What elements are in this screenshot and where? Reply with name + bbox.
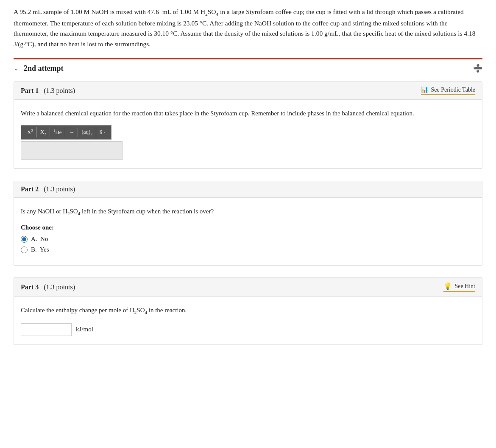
part1-title: Part 1 [21, 87, 39, 94]
calc-unit: kJ/mol [76, 326, 93, 333]
part2-question: Is any NaOH or H2SO4 left in the Styrofo… [21, 206, 475, 218]
part3-sub2: 4 [145, 310, 148, 315]
chevron-down-icon[interactable]: ⌄ [14, 65, 19, 72]
option-b-radio[interactable] [21, 246, 28, 253]
problem-text: A 95.2 mL sample of 1.00 M NaOH is mixed… [14, 7, 482, 50]
h2so4-sub2: 4 [216, 11, 219, 17]
toolbar-x-sub[interactable]: X2 [37, 127, 50, 137]
hint-icon: 💡 [443, 282, 452, 290]
part3-header: Part 3 (1.3 points) 💡 See Hint [14, 278, 482, 297]
option-a-letter: A. [31, 235, 37, 242]
toolbar-x-squared[interactable]: X2 [24, 127, 37, 137]
see-periodic-table-label: See Periodic Table [431, 87, 475, 93]
option-a-value: No [40, 235, 48, 242]
attempt-header: ⌄ 2nd attempt ➗ [14, 58, 482, 73]
option-a-label[interactable]: A. No [31, 235, 48, 243]
periodic-table-icon: 📊 [421, 86, 428, 93]
part1-question: Write a balanced chemical equation for t… [21, 108, 475, 118]
part1-points: (1.3 points) [44, 87, 75, 94]
option-b-row: B. Yes [21, 246, 475, 253]
part2-header: Part 2 (1.3 points) [14, 181, 482, 198]
part2-sub1: 2 [67, 211, 70, 216]
toolbar-delta[interactable]: δ · [96, 128, 109, 137]
part3-title: Part 3 [21, 283, 39, 291]
part1-section: Part 1 (1.3 points) 📊 See Periodic Table… [14, 81, 482, 169]
equation-toolbar: X2 X2 1He → (aq)2 δ · [21, 125, 111, 140]
part3-points: (1.3 points) [44, 283, 75, 291]
enthalpy-input[interactable] [21, 323, 72, 336]
part3-body: Calculate the enthalpy change per mole o… [14, 297, 482, 344]
equation-input-area[interactable] [21, 141, 123, 160]
option-a-radio[interactable] [21, 236, 28, 243]
part2-section: Part 2 (1.3 points) Is any NaOH or H2SO4… [14, 181, 482, 266]
part1-title-area: Part 1 (1.3 points) [21, 87, 75, 95]
option-a-row: A. No [21, 235, 475, 243]
part2-body: Is any NaOH or H2SO4 left in the Styrofo… [14, 198, 482, 266]
part2-sub2: 4 [78, 211, 81, 216]
expand-icon[interactable]: ➗ [473, 64, 482, 73]
part3-sub1: 2 [134, 310, 137, 315]
page-container: A 95.2 mL sample of 1.00 M NaOH is mixed… [0, 0, 496, 370]
h2so4-sub1: 2 [205, 11, 208, 17]
part2-title-area: Part 2 (1.3 points) [21, 185, 75, 193]
part2-title: Part 2 [21, 185, 39, 193]
option-b-letter: B. [31, 246, 37, 253]
choose-one-label: Choose one: [21, 224, 475, 231]
part1-header: Part 1 (1.3 points) 📊 See Periodic Table [14, 82, 482, 100]
attempt-left: ⌄ 2nd attempt [14, 64, 64, 73]
part3-section: Part 3 (1.3 points) 💡 See Hint Calculate… [14, 277, 482, 345]
toolbar-arrow[interactable]: → [65, 128, 78, 137]
part3-title-area: Part 3 (1.3 points) [21, 283, 75, 291]
attempt-label: 2nd attempt [24, 64, 64, 73]
see-hint-button[interactable]: 💡 See Hint [443, 282, 475, 292]
part2-points: (1.3 points) [44, 185, 75, 193]
part3-question: Calculate the enthalpy change per mole o… [21, 305, 475, 316]
option-b-label[interactable]: B. Yes [31, 246, 49, 253]
see-hint-label: See Hint [454, 283, 475, 290]
toolbar-aq[interactable]: (aq)2 [78, 127, 96, 137]
toolbar-he[interactable]: 1He [50, 127, 66, 137]
see-periodic-table-button[interactable]: 📊 See Periodic Table [421, 86, 475, 95]
option-b-value: Yes [40, 246, 49, 253]
calc-input-row: kJ/mol [21, 323, 475, 336]
part1-body: Write a balanced chemical equation for t… [14, 100, 482, 168]
